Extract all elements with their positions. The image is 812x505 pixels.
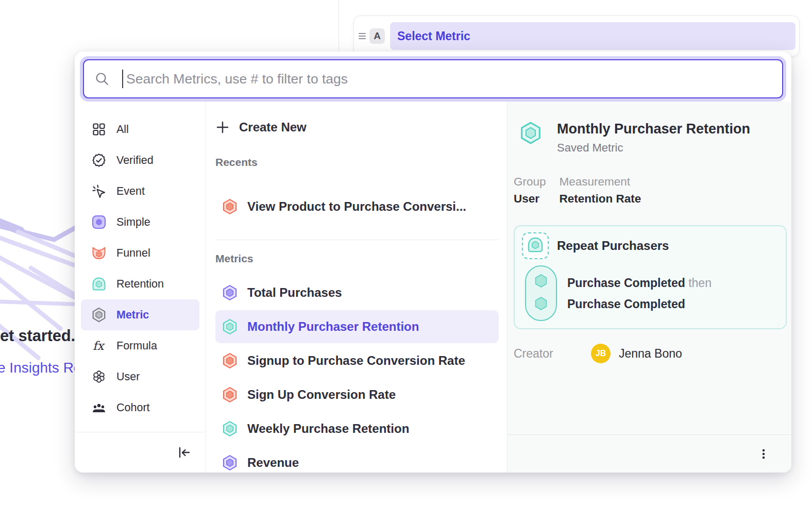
series-a-badge: A	[369, 28, 385, 44]
sidebar-item-event[interactable]: Event	[81, 176, 199, 207]
funnel-metric-icon	[222, 198, 238, 215]
list-divider	[215, 240, 499, 240]
details-header: Monthly Purchaser Retention Saved Metric	[519, 121, 780, 155]
metric-list-item[interactable]: Total Purchases	[215, 276, 499, 309]
panel-divider	[339, 0, 339, 50]
step-connector: then	[688, 276, 712, 290]
user-icon	[91, 369, 107, 384]
step-two: Purchase Completed	[567, 297, 685, 311]
creator-name: Jenna Bono	[619, 347, 682, 361]
metric-item-label: Signup to Purchase Conversion Rate	[247, 354, 465, 368]
cursor-click-icon	[91, 183, 107, 199]
funnel-metric-icon	[222, 386, 238, 403]
retention-steps-pill	[525, 265, 557, 321]
retention-metric-icon	[222, 318, 238, 335]
metric-list-panel: Create New Recents View Product to Purch…	[206, 102, 508, 473]
category-sidebar: AllVerifiedEventSimpleFunnelRetentionMet…	[75, 102, 206, 473]
collapse-sidebar-button[interactable]	[176, 444, 192, 461]
sidebar-item-verified[interactable]: Verified	[81, 145, 199, 176]
sidebar-item-cohort[interactable]: Cohort	[81, 392, 199, 423]
search-icon	[94, 71, 110, 87]
creator-label: Creator	[514, 347, 591, 361]
retention-metric-icon	[519, 121, 543, 145]
text-cursor	[122, 70, 123, 88]
group-label: Group	[514, 175, 546, 189]
metric-details-panel: Monthly Purchaser Retention Saved Metric…	[508, 102, 791, 473]
retention-definition-card: Repeat Purchasers Purchase Completed the…	[514, 225, 787, 329]
details-subtitle: Saved Metric	[557, 141, 750, 155]
retention-steps-text: Purchase Completed then Purchase Complet…	[567, 273, 712, 321]
simple-metric-icon	[222, 454, 238, 471]
recent-item[interactable]: View Product to Purchase Conversi...	[215, 190, 499, 223]
create-new-label: Create New	[239, 120, 307, 134]
verified-badge-icon	[91, 153, 107, 168]
sidebar-item-label: User	[116, 371, 140, 383]
select-metric-label: Select Metric	[397, 29, 470, 43]
details-meta: Group User Measurement Retention Rate	[514, 175, 780, 206]
metric-list-item[interactable]: Monthly Purchaser Retention	[215, 310, 499, 343]
step-one: Purchase Completed	[567, 276, 685, 290]
sidebar-item-simple[interactable]: Simple	[81, 207, 199, 238]
sidebar-item-retention[interactable]: Retention	[81, 268, 199, 299]
metric-item-label: Total Purchases	[247, 285, 342, 300]
metric-item-label: Sign Up Conversion Rate	[247, 388, 396, 402]
sidebar-item-label: Verified	[116, 154, 154, 167]
sidebar-item-label: All	[116, 123, 129, 136]
background-insights-link[interactable]: e Insights Re	[0, 360, 81, 376]
sidebar-item-label: Cohort	[116, 401, 150, 414]
sidebar-item-label: Funnel	[116, 247, 150, 260]
details-footer	[508, 434, 791, 473]
creator-row: Creator JB Jenna Bono	[514, 344, 780, 363]
retention-icon	[91, 276, 107, 292]
background-heading: et started.	[0, 327, 75, 345]
drag-handle-icon[interactable]	[357, 30, 367, 42]
metric-icon	[91, 307, 107, 323]
simple-icon	[91, 214, 107, 230]
sidebar-item-label: Metric	[116, 309, 149, 322]
details-title: Monthly Purchaser Retention	[557, 121, 750, 137]
group-value: User	[514, 192, 546, 206]
svg-text:fx: fx	[93, 339, 106, 352]
sidebar-item-formula[interactable]: fxFormula	[81, 330, 199, 361]
recents-header: Recents	[215, 156, 499, 170]
sidebar-item-label: Formula	[116, 340, 157, 352]
metric-item-label: Weekly Purchase Retention	[247, 422, 409, 436]
sidebar-item-all[interactable]: All	[81, 114, 199, 145]
metric-list-item[interactable]: Sign Up Conversion Rate	[215, 378, 499, 411]
retention-metric-icon	[222, 420, 238, 437]
creator-avatar: JB	[591, 344, 611, 363]
metrics-header: Metrics	[215, 252, 499, 266]
sidebar-item-label: Retention	[116, 278, 164, 291]
sidebar-item-funnel[interactable]: Funnel	[81, 238, 199, 268]
grid-icon	[91, 122, 107, 137]
metric-list-item[interactable]: Revenue	[215, 446, 499, 473]
metric-item-label: Revenue	[247, 456, 299, 470]
formula-icon: fx	[91, 338, 107, 354]
cohort-icon	[91, 400, 107, 415]
sidebar-item-label: Simple	[116, 216, 150, 229]
measurement-value: Retention Rate	[560, 192, 641, 206]
metric-query-row: A Select Metric	[353, 15, 800, 57]
sidebar-footer	[75, 432, 206, 473]
search-input[interactable]	[125, 71, 772, 88]
metric-list-item[interactable]: Weekly Purchase Retention	[215, 412, 499, 445]
retention-icon	[522, 232, 549, 259]
metric-picker-modal: AllVerifiedEventSimpleFunnelRetentionMet…	[75, 52, 791, 473]
measurement-label: Measurement	[560, 175, 641, 189]
funnel-metric-icon	[222, 352, 238, 369]
kebab-menu-icon[interactable]	[755, 446, 772, 462]
metric-item-label: View Product to Purchase Conversi...	[247, 199, 466, 214]
funnel-icon	[91, 245, 107, 261]
hexagon-icon	[533, 296, 549, 313]
card-title: Repeat Purchasers	[557, 239, 669, 253]
select-metric-dropdown[interactable]: Select Metric	[390, 22, 796, 50]
sidebar-item-label: Event	[116, 185, 145, 198]
sidebar-item-metric[interactable]: Metric	[81, 299, 199, 330]
simple-metric-icon	[222, 284, 238, 301]
search-bar	[80, 56, 786, 102]
sidebar-item-user[interactable]: User	[81, 361, 199, 392]
metric-list-item[interactable]: Signup to Purchase Conversion Rate	[215, 344, 499, 377]
hexagon-icon	[533, 273, 549, 291]
plus-icon	[215, 120, 230, 134]
create-new-button[interactable]: Create New	[215, 115, 499, 140]
